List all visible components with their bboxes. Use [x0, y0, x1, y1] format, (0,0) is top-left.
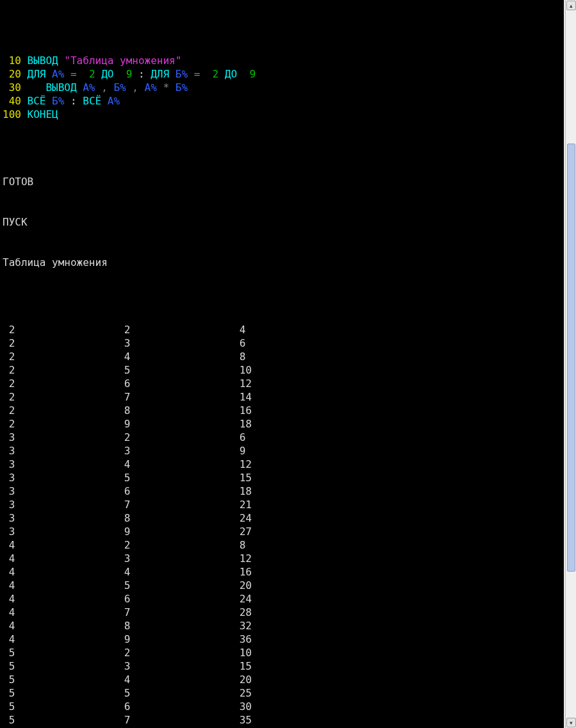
cell-product: 9 [233, 444, 245, 458]
cell-b: 6 [118, 592, 233, 606]
code-token: = [64, 68, 89, 80]
cell-a: 4 [3, 565, 118, 579]
cell-product: 10 [233, 646, 252, 659]
cell-product: 10 [233, 363, 252, 377]
cell-b: 4 [118, 458, 233, 471]
cell-product: 20 [233, 673, 252, 686]
table-row: 2 6 12 [3, 377, 564, 390]
cell-product: 18 [233, 417, 252, 431]
code-token: 9 [249, 68, 256, 80]
cell-a: 5 [3, 686, 118, 700]
code-token: "Таблица умножения" [64, 54, 181, 67]
scroll-up-button[interactable]: ▴ [566, 1, 576, 10]
scrollbar-thumb[interactable] [567, 144, 575, 572]
code-token: : [132, 68, 151, 80]
code-token: 9 [126, 68, 133, 80]
cell-product: 16 [233, 565, 252, 579]
table-row: 4 2 8 [3, 538, 564, 552]
cell-a: 3 [3, 444, 118, 458]
code-token: А% [83, 81, 95, 94]
cell-product: 25 [233, 686, 252, 700]
code-token: , [95, 81, 114, 94]
code-token: ВСЁ [83, 95, 108, 107]
cell-b: 4 [118, 350, 233, 363]
status-ready: ГОТОВ [3, 175, 564, 188]
cell-a: 2 [3, 350, 118, 363]
table-row: 2 2 4 [3, 323, 564, 336]
cell-a: 2 [3, 404, 118, 417]
cell-b: 2 [118, 431, 233, 444]
code-token: Б% [176, 81, 188, 94]
code-token: 2 [89, 68, 95, 80]
table-row: 2 4 8 [3, 350, 564, 363]
table-row: 2 7 14 [3, 390, 564, 404]
table-row: 3 6 18 [3, 484, 564, 498]
terminal-output[interactable]: 10 ВЫВОД "Таблица умножения" 20 ДЛЯ А% =… [0, 0, 564, 728]
cell-a: 3 [3, 431, 118, 444]
cell-b: 8 [118, 511, 233, 525]
line-number: 40 [3, 95, 21, 107]
cell-product: 14 [233, 390, 252, 404]
line-number: 100 [3, 108, 21, 120]
code-line: 40 ВСЁ Б% : ВСЁ А% [3, 94, 564, 108]
cell-b: 9 [118, 417, 233, 431]
code-token: ВЫВОД [21, 81, 83, 94]
table-row: 2 3 6 [3, 336, 564, 350]
cell-b: 7 [118, 390, 233, 404]
table-row: 3 2 6 [3, 431, 564, 444]
cell-a: 4 [3, 619, 118, 633]
cell-a: 3 [3, 511, 118, 525]
code-token: = [188, 68, 213, 80]
code-line: 100 КОНЕЦ [3, 108, 564, 121]
scroll-down-button[interactable]: ▾ [566, 718, 576, 727]
cell-product: 12 [233, 377, 252, 390]
cell-a: 3 [3, 471, 118, 484]
cell-product: 27 [233, 525, 252, 538]
table-row: 5 5 25 [3, 686, 564, 700]
cell-b: 9 [118, 525, 233, 538]
line-number: 10 [3, 54, 21, 67]
table-row: 4 8 32 [3, 619, 564, 633]
cell-b: 2 [118, 538, 233, 552]
cell-a: 5 [3, 659, 118, 673]
code-line: 10 ВЫВОД "Таблица умножения" [3, 54, 564, 67]
code-token: Б% [52, 95, 64, 107]
cell-a: 2 [3, 390, 118, 404]
cell-product: 18 [233, 484, 252, 498]
scrollbar-track[interactable] [566, 10, 575, 718]
cell-b: 3 [118, 659, 233, 673]
table-row: 3 7 21 [3, 498, 564, 511]
cell-b: 5 [118, 686, 233, 700]
cell-b: 6 [118, 700, 233, 713]
table-row: 4 9 36 [3, 633, 564, 646]
line-number: 30 [3, 81, 21, 94]
table-row: 4 5 20 [3, 579, 564, 592]
line-number: 20 [3, 68, 21, 80]
table-row: 3 8 24 [3, 511, 564, 525]
code-token: А% [108, 95, 120, 107]
cell-product: 15 [233, 659, 252, 673]
cell-a: 2 [3, 417, 118, 431]
cell-product: 21 [233, 498, 252, 511]
cell-product: 16 [233, 404, 252, 417]
cell-product: 35 [233, 713, 252, 727]
code-token: ДО [218, 68, 249, 80]
cell-a: 3 [3, 458, 118, 471]
code-token: ДЛЯ [151, 68, 176, 80]
vertical-scrollbar[interactable]: ▴ ▾ [565, 0, 576, 728]
cell-b: 5 [118, 579, 233, 592]
table-row: 3 3 9 [3, 444, 564, 458]
cell-b: 9 [118, 633, 233, 646]
chevron-up-icon: ▴ [570, 3, 573, 9]
cell-a: 4 [3, 633, 118, 646]
cell-a: 4 [3, 552, 118, 565]
code-token: ВЫВОД [21, 54, 64, 67]
code-line: 30 ВЫВОД А% , Б% , А% * Б% [3, 81, 564, 94]
code-token: КОНЕЦ [21, 108, 58, 120]
table-row: 4 7 28 [3, 606, 564, 619]
code-token: Б% [176, 68, 188, 80]
table-row: 3 4 12 [3, 458, 564, 471]
code-token: А% [52, 68, 64, 80]
code-line: 20 ДЛЯ А% = 2 ДО 9 : ДЛЯ Б% = 2 ДО 9 [3, 67, 564, 81]
table-row: 2 8 16 [3, 404, 564, 417]
